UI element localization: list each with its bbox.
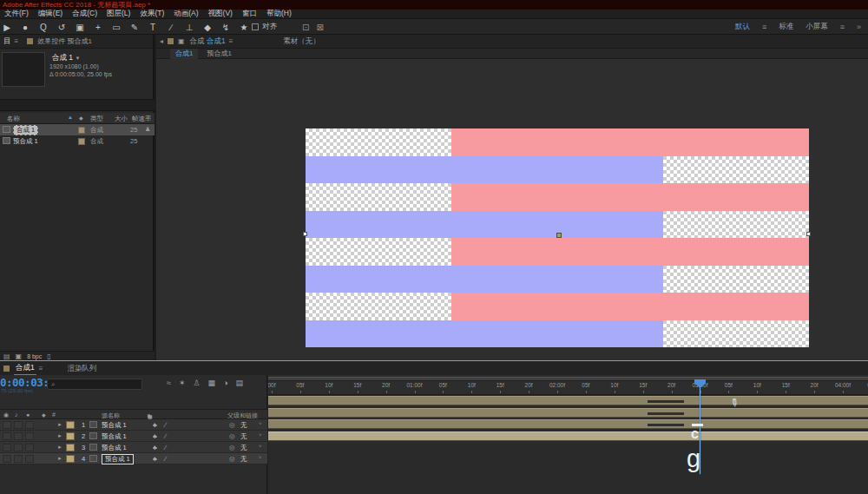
eraser-tool[interactable]: ◆	[202, 23, 213, 32]
menu-item-4[interactable]: 图层(L)	[107, 9, 130, 19]
parent-select-caret-icon[interactable]: ˅	[259, 432, 262, 438]
layer-duration-bar[interactable]	[268, 408, 868, 418]
timeline-track-area[interactable]	[268, 395, 868, 494]
motion-blur-icon[interactable]: ◑	[223, 379, 227, 387]
layer-mode-switch[interactable]: ∕	[165, 432, 166, 440]
project-panel-menu-icon[interactable]: ≡	[15, 37, 19, 45]
fullscreen-icon[interactable]: ⊠	[316, 23, 323, 32]
parent-select-value[interactable]: 无	[240, 444, 247, 452]
layer-duration-bar[interactable]	[268, 431, 868, 441]
project-search-field[interactable]	[0, 99, 155, 111]
layer-name[interactable]: 预合成 1	[102, 421, 127, 430]
hand-tool[interactable]: ●	[20, 23, 30, 32]
draft-3d-icon[interactable]: ✶	[179, 379, 186, 387]
lock-toggle[interactable]	[25, 432, 34, 440]
workspace-menu-icon[interactable]: ≡	[840, 23, 845, 31]
layer-handle-right[interactable]	[806, 232, 811, 236]
parent-select-value[interactable]: 无	[240, 455, 247, 464]
composition-viewer-tab[interactable]: 合成 合成1	[190, 36, 226, 47]
pen-tool[interactable]: ✎	[129, 23, 140, 32]
menu-item-6[interactable]: 动画(A)	[174, 9, 198, 19]
audio-column-icon[interactable]: ♪	[15, 412, 18, 418]
video-toggle[interactable]	[3, 444, 11, 451]
project-item-row[interactable]: 预合成 1合成25	[0, 135, 155, 147]
label-color-swatch[interactable]	[78, 127, 85, 134]
layer-expand-arrow-icon[interactable]: ►	[57, 445, 62, 450]
composition-canvas[interactable]	[306, 128, 809, 347]
camera-tool[interactable]: ▣	[75, 23, 85, 32]
project-bit-depth[interactable]: 8 bpc	[27, 353, 42, 359]
audio-toggle[interactable]	[14, 444, 23, 451]
layer-duration-bar[interactable]	[268, 419, 868, 429]
parent-pickwhip-icon[interactable]: ◎	[229, 432, 235, 440]
lock-toggle[interactable]	[25, 421, 34, 429]
render-queue-tab[interactable]: 渲染队列	[67, 364, 96, 374]
puppet-pin-tool[interactable]: ★	[239, 23, 249, 32]
menu-item-9[interactable]: 帮助(H)	[266, 9, 292, 19]
workspace-tab-3[interactable]: 小屏幕	[806, 22, 828, 32]
label-column-icon[interactable]: ◆	[79, 115, 83, 121]
layer-duration-bar[interactable]	[268, 396, 868, 405]
parent-select-value[interactable]: 无	[240, 421, 247, 430]
work-area-bar[interactable]	[268, 377, 868, 381]
audio-toggle[interactable]	[14, 455, 23, 463]
flag-caret-icon[interactable]: ▼	[75, 56, 80, 61]
layer-name[interactable]: 预合成 1	[102, 432, 127, 441]
workspace-menu-icon[interactable]: ≡	[762, 23, 766, 31]
parent-pickwhip-icon[interactable]: ◎	[229, 455, 235, 463]
layer-quality-switch[interactable]: ♣	[153, 421, 157, 429]
menu-item-8[interactable]: 窗口	[242, 9, 257, 19]
timeline-comp-tab[interactable]: 合成1	[14, 362, 36, 376]
timeline-panel-menu-icon[interactable]: ≡	[39, 365, 43, 372]
selection-tool[interactable]: ▶	[2, 23, 12, 32]
video-toggle[interactable]	[3, 455, 11, 463]
menu-item-1[interactable]: 文件(F)	[4, 9, 29, 19]
video-toggle[interactable]	[3, 421, 11, 429]
timeline-search-field[interactable]: ⌕	[47, 379, 142, 390]
layer-label-chip[interactable]	[66, 455, 75, 463]
layer-row[interactable]: ►1预合成 1♣∕◎无˅	[0, 419, 267, 431]
col-size[interactable]: 大小	[115, 115, 128, 123]
layer-expand-arrow-icon[interactable]: ►	[57, 456, 62, 461]
parent-pickwhip-icon[interactable]: ◎	[229, 444, 235, 451]
menu-item-2[interactable]: 编辑(E)	[38, 9, 62, 19]
lock-toggle[interactable]	[25, 444, 34, 451]
roto-brush-tool[interactable]: ↯	[220, 23, 231, 32]
col-name[interactable]: 名称	[7, 115, 20, 123]
menu-item-7[interactable]: 视图(V)	[208, 9, 233, 19]
comp-tab-active[interactable]: 合成1	[170, 49, 198, 59]
brush-tool[interactable]: ∕	[166, 23, 176, 32]
menu-item-5[interactable]: 效果(T)	[140, 9, 164, 19]
layer-name[interactable]: 预合成 1	[102, 444, 127, 452]
type-tool[interactable]: T	[148, 23, 158, 32]
comp-tab-precomp[interactable]: 预合成1	[207, 49, 231, 58]
workspace-tab-2[interactable]: 标准	[779, 22, 793, 32]
video-toggle[interactable]	[3, 432, 11, 440]
layer-expand-arrow-icon[interactable]: ►	[57, 422, 62, 427]
new-folder-icon[interactable]: ▣	[16, 352, 23, 360]
viewer-lock-icon[interactable]: ▣	[178, 37, 185, 45]
workspace-tab-1[interactable]: 默认	[735, 22, 750, 32]
layer-handle-left[interactable]	[303, 232, 307, 236]
zoom-tool[interactable]: Q	[38, 23, 49, 32]
number-column-header[interactable]: #	[52, 412, 56, 418]
layer-label-chip[interactable]	[66, 444, 75, 451]
layer-label-chip[interactable]	[66, 432, 75, 440]
layer-label-chip[interactable]	[66, 421, 75, 429]
layer-mode-switch[interactable]: ∕	[165, 455, 166, 463]
parent-select-caret-icon[interactable]: ˅	[259, 421, 262, 426]
col-fps[interactable]: 帧速率	[132, 115, 152, 123]
layer-mode-switch[interactable]: ∕	[165, 421, 166, 429]
menu-item-3[interactable]: 合成(C)	[72, 9, 97, 19]
rotation-tool[interactable]: ↺	[56, 23, 67, 32]
effect-controls-tab[interactable]: 效果控件 预合成1	[37, 36, 92, 46]
layer-row[interactable]: ►2预合成 1♣∕◎无˅	[0, 431, 267, 442]
parent-select-caret-icon[interactable]: ˅	[259, 444, 262, 449]
layer-expand-arrow-icon[interactable]: ►	[57, 433, 62, 438]
interpret-footage-icon[interactable]: ▤	[3, 352, 10, 360]
lock-toggle[interactable]	[25, 455, 34, 463]
label-column-icon[interactable]: ◆	[42, 412, 46, 418]
layer-row[interactable]: ►3预合成 1♣∕◎无˅	[0, 442, 267, 453]
clone-stamp-tool[interactable]: ⊥	[184, 23, 194, 32]
video-column-icon[interactable]: ◉	[3, 412, 9, 418]
